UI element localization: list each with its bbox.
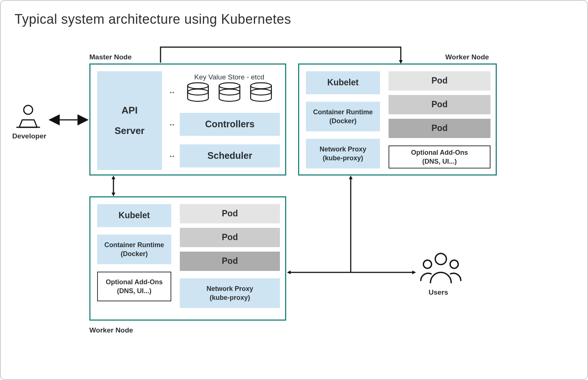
scheduler-box: Scheduler (180, 144, 280, 167)
worker-node-2: Kubelet Container Runtime (Docker) Netwo… (298, 63, 497, 176)
arrow-master-worker-right (160, 44, 404, 65)
addons-text-2: (DNS, UI...) (422, 157, 457, 166)
addons-text-1: Optional Add-Ons (411, 148, 468, 157)
developer-label: Developer (12, 132, 46, 140)
network-proxy-box: Network Proxy (kube-proxy) (180, 278, 280, 308)
etcd-cylinders-icon (184, 81, 277, 108)
worker-node-1: Kubelet Container Runtime (Docker) Optio… (89, 196, 286, 321)
network-proxy-box: Network Proxy (kube-proxy) (306, 139, 380, 168)
container-runtime-box: Container Runtime (Docker) (306, 102, 380, 131)
diagram-title: Typical system architecture using Kubern… (14, 12, 291, 27)
svg-point-7 (251, 83, 271, 89)
svg-point-0 (24, 105, 33, 114)
svg-point-13 (423, 260, 432, 268)
users-label: Users (429, 288, 448, 297)
worker-node-2-label: Worker Node (445, 53, 489, 61)
arrow-worker1-users (287, 269, 416, 276)
controllers-box: Controllers (180, 113, 280, 136)
arrow-developer-master (48, 116, 89, 124)
pod-box: Pod (180, 228, 280, 247)
addons-box: Optional Add-Ons (DNS, UI...) (389, 145, 490, 168)
svg-point-5 (219, 83, 240, 89)
bidir-arrow-icon: ↔ (168, 152, 176, 160)
pod-box: Pod (180, 204, 280, 223)
arrow-worker2-down (347, 176, 354, 274)
svg-point-6 (219, 89, 240, 95)
svg-point-8 (251, 89, 271, 95)
container-runtime-box: Container Runtime (Docker) (97, 235, 171, 264)
addons-text-1: Optional Add-Ons (106, 278, 162, 286)
developer-icon (13, 104, 43, 132)
svg-point-12 (435, 253, 446, 265)
container-runtime-text-2: (Docker) (120, 249, 148, 258)
container-runtime-text-1: Container Runtime (313, 108, 373, 117)
master-node: API Server Key Value Store - etcd (89, 63, 286, 176)
users-icon (419, 251, 463, 288)
container-runtime-text-1: Container Runtime (104, 240, 164, 249)
bidir-arrow-icon: ↔ (168, 120, 176, 129)
etcd-label: Key Value Store - etcd (194, 72, 264, 82)
pod-box: Pod (389, 71, 490, 91)
kubelet-box: Kubelet (97, 204, 171, 227)
network-proxy-text-2: (kube-proxy) (209, 293, 250, 302)
arrow-master-worker-down (110, 176, 117, 196)
container-runtime-text-2: (Docker) (329, 117, 356, 125)
svg-point-3 (188, 83, 208, 89)
pod-box: Pod (180, 252, 280, 271)
kubelet-box: Kubelet (306, 71, 380, 94)
diagram-frame: Typical system architecture using Kubern… (0, 0, 588, 380)
network-proxy-text-2: (kube-proxy) (323, 154, 363, 163)
worker-node-1-label: Worker Node (89, 326, 133, 334)
addons-box: Optional Add-Ons (DNS, UI...) (97, 272, 171, 301)
network-proxy-text-1: Network Proxy (207, 284, 253, 293)
svg-point-14 (450, 260, 458, 268)
api-server-box: API Server (97, 71, 162, 170)
pod-box: Pod (389, 95, 490, 114)
api-server-text-1: API (122, 104, 138, 117)
master-node-label: Master Node (89, 53, 132, 61)
svg-point-4 (188, 89, 208, 95)
network-proxy-text-1: Network Proxy (320, 145, 366, 154)
pod-box: Pod (389, 119, 490, 138)
addons-text-2: (DNS, UI...) (117, 286, 152, 295)
bidir-arrow-icon: ↔ (168, 88, 176, 96)
api-server-text-2: Server (115, 124, 145, 137)
